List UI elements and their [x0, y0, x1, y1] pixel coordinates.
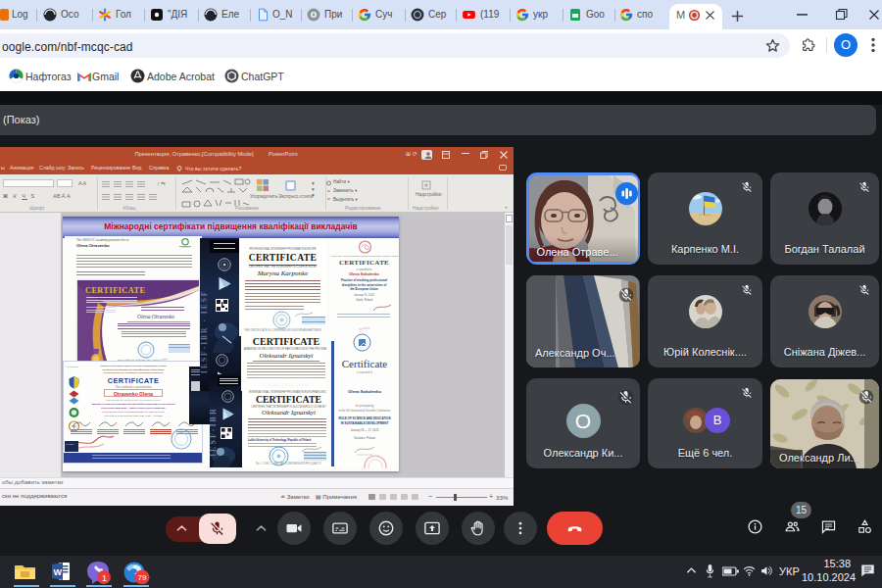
svg-text:1: 1: [102, 573, 107, 583]
svg-text:W: W: [54, 567, 63, 577]
svg-text:79: 79: [138, 573, 147, 582]
